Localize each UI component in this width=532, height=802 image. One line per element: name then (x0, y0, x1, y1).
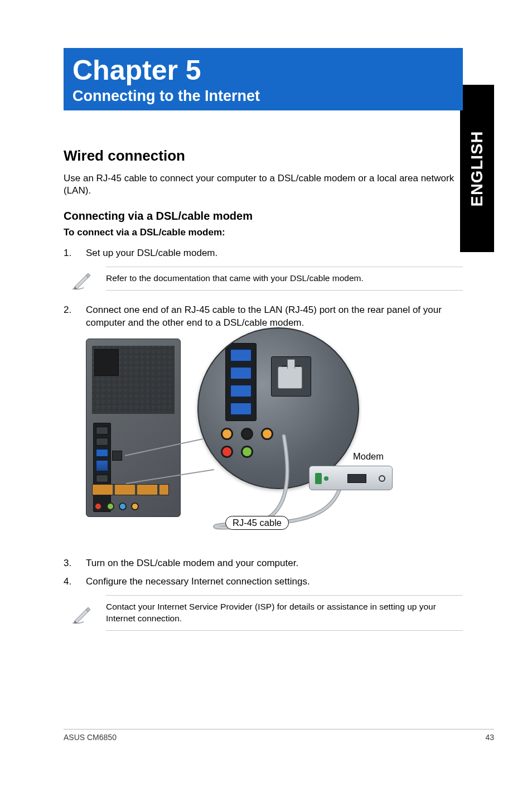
step-1-text: Set up your DSL/cable modem. (86, 247, 463, 260)
footer-product: ASUS CM6850 (64, 733, 117, 742)
chapter-subtitle: Connecting to the Internet (72, 88, 454, 105)
step-1: 1. Set up your DSL/cable modem. (64, 247, 463, 260)
rj45-plug-icon (278, 366, 302, 389)
step-2: 2. Connect one end of an RJ-45 cable to … (64, 304, 463, 330)
modem-icon (309, 466, 393, 490)
note-2-text: Contact your Internet Service Provider (… (106, 595, 463, 631)
step-4-number: 4. (64, 576, 86, 588)
step-3: 3. Turn on the DSL/cable modem and your … (64, 557, 463, 570)
section-intro: Use an RJ-45 cable to connect your compu… (64, 172, 463, 198)
step-3-number: 3. (64, 557, 86, 570)
section-heading: Wired connection (64, 147, 463, 165)
connection-diagram: Modem RJ-45 cable (86, 339, 381, 539)
step-4-text: Configure the necessary Internet connect… (86, 576, 463, 588)
chapter-banner: Chapter 5 Connecting to the Internet (64, 48, 463, 110)
subsection-heading: Connecting via a DSL/cable modem (64, 210, 463, 223)
note-1: Refer to the documentation that came wit… (64, 267, 463, 291)
step-2-text: Connect one end of an RJ-45 cable to the… (86, 304, 463, 330)
step-2-number: 2. (64, 304, 86, 330)
step-3-text: Turn on the DSL/cable modem and your com… (86, 557, 463, 570)
note-2: Contact your Internet Service Provider (… (64, 595, 463, 631)
chapter-title: Chapter 5 (72, 56, 454, 85)
footer-page-number: 43 (485, 733, 494, 742)
note-1-text: Refer to the documentation that came wit… (106, 267, 463, 291)
pen-icon (71, 602, 94, 624)
pen-icon (71, 268, 94, 290)
pc-tower-rear (86, 339, 181, 517)
zoom-bubble (197, 327, 359, 489)
step-4: 4. Configure the necessary Internet conn… (64, 576, 463, 588)
modem-label: Modem (353, 451, 384, 462)
rj45-cable-label: RJ-45 cable (225, 516, 289, 530)
subsection-lead: To connect via a DSL/cable modem: (64, 227, 463, 238)
step-1-number: 1. (64, 247, 86, 260)
page-body: Chapter 5 Connecting to the Internet Wir… (64, 48, 494, 740)
page-footer: ASUS CM6850 43 (64, 729, 494, 742)
